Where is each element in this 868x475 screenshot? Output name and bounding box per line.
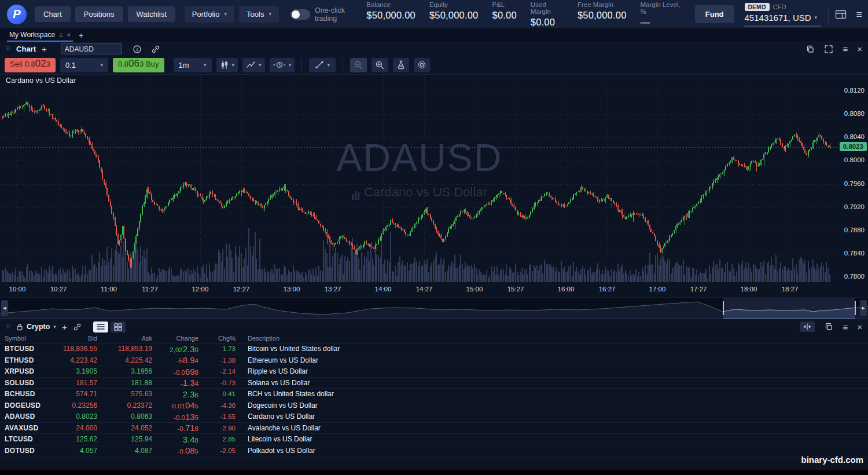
fit-columns-icon[interactable] <box>800 321 815 332</box>
watchlist-group-select[interactable]: Crypto ▾ <box>16 323 56 331</box>
watchlist-row[interactable]: BCHUSD 574.71 575.63 2.36 0.41 BCH vs Un… <box>0 389 868 400</box>
list-view-button[interactable] <box>93 321 108 332</box>
chart-settings-button[interactable] <box>414 58 430 72</box>
toggle-knob <box>292 10 300 19</box>
change-cell: 2,022.30 <box>152 344 198 354</box>
panel-menu-icon[interactable]: ≡ <box>843 323 848 331</box>
fullscreen-icon[interactable] <box>824 45 833 54</box>
col-symbol[interactable]: Symbol <box>0 335 41 342</box>
watchlist-row[interactable]: DOTUSD 4.057 4.087 -0.085 -2.05 Polkadot… <box>0 445 868 457</box>
one-click-trading-toggle[interactable] <box>290 9 310 20</box>
watchlist-row[interactable]: SOLUSD 181.57 181.88 -1.34 -0.73 Solana … <box>0 378 868 389</box>
indicators-button[interactable]: ▾ <box>242 58 265 72</box>
instrument-info-icon[interactable] <box>133 45 142 54</box>
col-ask[interactable]: Ask <box>97 335 152 342</box>
drag-handle-icon[interactable]: ⠿ <box>6 46 10 52</box>
drawing-tools-button[interactable]: ▾ <box>309 58 336 72</box>
timeframe-select[interactable]: 1m ▾ <box>174 58 212 72</box>
bid-cell: 118,836.55 <box>41 345 97 353</box>
sell-price-big: 02 <box>35 58 46 70</box>
sell-price-pre: 0.8 <box>25 60 35 68</box>
chart-instrument-title: Cardano vs US Dollar <box>6 76 76 85</box>
change-cell: -0.718 <box>152 423 198 433</box>
change-cell: 3.48 <box>152 434 198 444</box>
watchlist-row[interactable]: DOGEUSD 0.23256 0.23372 -0.01045 -4.30 D… <box>0 400 868 412</box>
ask-cell: 575.63 <box>97 390 152 398</box>
watchlist-row[interactable]: ETHUSD 4,223.42 4,225.42 -58.94 -1.38 Et… <box>0 355 868 367</box>
time-tick-label: 16:00 <box>558 286 575 293</box>
price-tick-label: 0.8000 <box>844 156 865 163</box>
zoom-in-button[interactable] <box>372 58 388 72</box>
strategy-tester-button[interactable] <box>393 58 409 72</box>
link-watchlist-icon[interactable] <box>73 323 82 331</box>
duplicate-panel-icon[interactable] <box>806 45 815 54</box>
scroll-left-button[interactable]: ◀ <box>1 300 8 316</box>
close-panel-icon[interactable]: × <box>857 323 862 331</box>
sell-button[interactable]: Sell 0.8023 <box>5 58 56 72</box>
watchlist-row[interactable]: XRPUSD 3.1905 3.1956 -0.0698 -2.14 Rippl… <box>0 366 868 378</box>
change-percent-cell: -1.38 <box>198 357 236 364</box>
chevron-down-icon: ▾ <box>259 63 262 68</box>
symbol-cell: AVAXUSD <box>0 424 41 432</box>
trading-app: P Chart Positions Watchlist Portfolio ▾ … <box>0 0 868 475</box>
watchlist-row[interactable]: ADAUSD 0.8023 0.8063 -0.0135 -1.65 Carda… <box>0 411 868 423</box>
add-workspace-icon[interactable]: + <box>79 29 83 42</box>
stat-value: $50,000.00 <box>429 10 479 21</box>
fund-button[interactable]: Fund <box>695 5 734 23</box>
positions-nav-button[interactable]: Positions <box>75 6 123 22</box>
candlestick-chart[interactable] <box>0 75 839 282</box>
time-tick-label: 12:00 <box>192 286 209 293</box>
change-cell: -0.01045 <box>152 400 198 410</box>
link-symbol-icon[interactable] <box>151 45 160 54</box>
bid-cell: 24.000 <box>41 424 97 432</box>
price-axis[interactable]: 0.8023 0.81200.80800.80400.80000.79600.7… <box>839 75 868 282</box>
watchlist-row[interactable]: LTCUSD 125.62 125.94 3.48 2.85 Litecoin … <box>0 434 868 445</box>
scroll-right-button[interactable]: ▶ <box>860 300 867 316</box>
close-workspace-icon[interactable]: × <box>67 32 71 38</box>
indicators-icon <box>246 60 256 70</box>
col-change[interactable]: Change <box>152 335 198 342</box>
layout-panels-icon[interactable] <box>835 10 847 19</box>
site-watermark: binary-cfd.com <box>801 455 863 465</box>
timeframe-value: 1m <box>179 61 189 70</box>
chevron-down-icon: ▾ <box>225 12 227 17</box>
stat-value: $0.00 <box>492 10 517 21</box>
zoom-out-button[interactable] <box>350 58 367 72</box>
col-description[interactable]: Description <box>248 335 868 342</box>
watchlist-row[interactable]: AVAXUSD 24.000 24.052 -0.718 -2.90 Avala… <box>0 423 868 434</box>
chart-nav-button[interactable]: Chart <box>35 6 71 22</box>
price-tick-label: 0.7840 <box>844 250 865 257</box>
change-percent-cell: -2.14 <box>198 368 236 375</box>
buy-button[interactable]: 0.8063 Buy <box>113 58 164 72</box>
chart-type-button[interactable]: ▾ <box>216 58 238 72</box>
symbol-cell: XRPUSD <box>0 367 41 375</box>
drag-handle-icon[interactable]: ⠿ <box>6 324 10 330</box>
portfolio-menu-button[interactable]: Portfolio ▾ <box>185 6 234 23</box>
watchlist-row[interactable]: BTCUSD 118,836.55 118,853.19 2,022.30 1.… <box>0 344 868 355</box>
add-symbol-icon[interactable]: + <box>62 323 67 331</box>
panel-menu-icon[interactable]: ≡ <box>843 45 848 53</box>
tools-menu-button[interactable]: Tools ▾ <box>239 6 279 23</box>
header-nav: Chart Positions Watchlist <box>35 6 175 22</box>
main-menu-icon[interactable]: ≡ <box>856 9 862 20</box>
workspace-tab[interactable]: My Workspace ≡ × <box>7 29 73 42</box>
time-settings-button[interactable]: ▾ <box>270 58 295 72</box>
portfolio-menu-label: Portfolio <box>192 10 220 19</box>
workspace-menu-icon[interactable]: ≡ <box>59 32 62 38</box>
change-cell: -0.0698 <box>152 367 198 377</box>
broker-logo-icon[interactable]: P <box>7 5 27 24</box>
col-chg-pct[interactable]: Chg% <box>198 335 236 342</box>
grid-view-button[interactable] <box>111 321 126 332</box>
buy-price-big: 06 <box>128 58 139 70</box>
symbol-input[interactable] <box>61 43 122 54</box>
duplicate-panel-icon[interactable] <box>824 322 833 331</box>
navigator-canvas[interactable] <box>0 298 868 319</box>
account-selector[interactable]: DEMO CFD 451431671, USD ▾ <box>744 2 821 27</box>
add-chart-icon[interactable]: + <box>42 45 47 53</box>
col-bid[interactable]: Bid <box>41 335 97 342</box>
close-panel-icon[interactable]: × <box>857 45 862 53</box>
volume-select[interactable]: 0.1 ▾ <box>60 58 108 72</box>
time-axis[interactable]: 10:0010:2711:0011:2712:0012:2713:0013:27… <box>0 282 868 297</box>
header-divider <box>828 7 829 22</box>
watchlist-nav-button[interactable]: Watchlist <box>128 6 175 22</box>
